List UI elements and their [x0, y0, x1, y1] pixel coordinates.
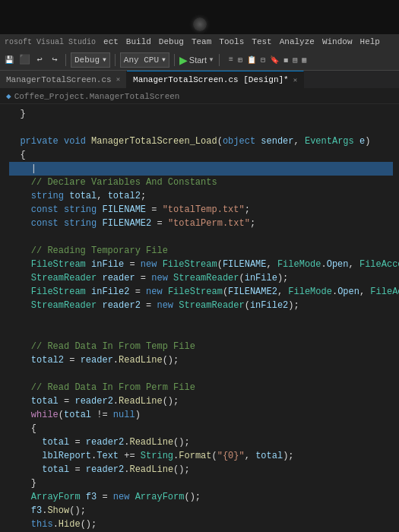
platform-dropdown[interactable]: Any CPU ▼: [120, 52, 169, 68]
nav-icon-3[interactable]: 📋: [245, 55, 258, 65]
nav-icon-2[interactable]: ⊞: [236, 55, 244, 65]
start-label: Start: [189, 55, 207, 65]
undo-icon[interactable]: ↩: [33, 54, 46, 66]
menu-item-debug[interactable]: Debug: [159, 37, 184, 46]
nav-icon-1[interactable]: ≡: [227, 55, 235, 64]
code-line: StreamReader reader2 = new StreamReader(…: [9, 299, 393, 312]
toolbar-sep-1: [65, 54, 66, 66]
code-line: private void ManagerTotalScreen_Load(obj…: [9, 135, 393, 148]
code-line: lblReport.Text += String.Format("{0}", t…: [9, 449, 393, 463]
code-line: FileStream inFile = new FileStream(FILEN…: [9, 258, 393, 271]
code-line: total = reader2.ReadLine();: [9, 394, 393, 408]
menu-item-project[interactable]: ect: [103, 37, 119, 46]
menu-item-team[interactable]: Team: [192, 37, 211, 46]
code-line-cursor: |: [9, 162, 393, 176]
start-arrow: ▼: [208, 56, 214, 63]
breadcrumb-icon: ◆: [6, 91, 11, 101]
platform-arrow: ▼: [162, 56, 166, 63]
code-line: // Read Data In From Perm File: [9, 381, 393, 394]
code-line: {: [9, 148, 393, 162]
code-line: [9, 230, 393, 244]
app-title: rosoft Visual Studio: [5, 38, 96, 46]
code-line: this.Hide();: [9, 518, 393, 531]
toolbar-sep-4: [219, 54, 220, 66]
code-line: while(total != null): [9, 408, 393, 422]
menu-item-tools[interactable]: Tools: [219, 37, 244, 46]
config-label: Debug: [74, 55, 100, 65]
code-line: total = reader2.ReadLine();: [9, 463, 393, 477]
platform-label: Any CPU: [124, 55, 159, 65]
code-line: StreamReader reader = new StreamReader(i…: [9, 271, 393, 285]
code-line: f3.Show();: [9, 504, 393, 518]
code-line: [9, 312, 393, 326]
menu-item-window[interactable]: Window: [322, 37, 353, 46]
code-line: // Read Data In From Temp File: [9, 340, 393, 353]
toolbar-right-icons: ≡ ⊞ 📋 ⊟ 🔖 ◼ ▤ ▦: [227, 55, 308, 65]
nav-icon-6[interactable]: ◼: [282, 55, 290, 65]
tab-design-close[interactable]: ✕: [293, 76, 297, 84]
code-line: // Reading Temporary File: [9, 244, 393, 258]
breadcrumb-bar: ◆ Coffee_Project.ManagerTotalScreen: [0, 89, 399, 104]
nav-icon-4[interactable]: ⊟: [259, 55, 267, 65]
tab-bar: ManagerTotalScreen.cs ✕ ManagerTotalScre…: [0, 71, 399, 89]
tab-cs-close[interactable]: ✕: [116, 75, 120, 84]
code-line: }: [9, 107, 393, 121]
toolbar: 💾 ⬛ ↩ ↪ Debug ▼ Any CPU ▼ ▶ Start ▼ ≡ ⊞ …: [0, 49, 399, 71]
menu-item-analyze[interactable]: Analyze: [280, 37, 315, 46]
nav-icon-8[interactable]: ▦: [300, 55, 308, 65]
save-icon[interactable]: 💾: [3, 54, 15, 66]
code-line: total = reader2.ReadLine();: [9, 435, 393, 449]
tab-cs-label: ManagerTotalScreen.cs: [6, 75, 112, 84]
camera-indicator: [193, 17, 207, 31]
menu-bar: rosoft Visual Studio ect Build Debug Tea…: [0, 34, 399, 49]
code-line: const string FILENAME = "totalTemp.txt";: [9, 203, 393, 217]
code-line: [9, 121, 393, 135]
breadcrumb-path: Coffee_Project.ManagerTotalScreen: [14, 92, 180, 101]
tab-design[interactable]: ManagerTotalScreen.cs [Design]* ✕: [127, 71, 304, 88]
nav-icon-7[interactable]: ▤: [291, 55, 299, 65]
code-line: {: [9, 422, 393, 435]
code-line: const string FILENAME2 = "totalPerm.txt"…: [9, 217, 393, 230]
start-button[interactable]: ▶ Start ▼: [179, 54, 214, 66]
tab-cs[interactable]: ManagerTotalScreen.cs ✕: [0, 71, 127, 88]
toolbar-sep-3: [174, 54, 175, 66]
config-dropdown[interactable]: Debug ▼: [71, 52, 110, 68]
tab-design-label: ManagerTotalScreen.cs [Design]*: [133, 75, 289, 84]
laptop-bezel: [0, 0, 399, 34]
nav-icon-5[interactable]: 🔖: [268, 55, 280, 65]
code-line: [9, 326, 393, 340]
code-editor: } private void ManagerTotalScreen_Load(o…: [0, 104, 399, 532]
play-icon: ▶: [179, 54, 188, 66]
toolbar-icon-2[interactable]: ⬛: [18, 54, 30, 66]
code-content[interactable]: } private void ManagerTotalScreen_Load(o…: [3, 104, 399, 532]
toolbar-sep-2: [115, 54, 116, 66]
menu-item-build[interactable]: Build: [126, 37, 151, 46]
code-line: total2 = reader.ReadLine();: [9, 353, 393, 367]
menu-item-help[interactable]: Help: [360, 37, 380, 46]
code-line: }: [9, 477, 393, 490]
code-line: ArrayForm f3 = new ArrayForm();: [9, 490, 393, 504]
code-line: string total, total2;: [9, 189, 393, 203]
config-arrow: ▼: [103, 56, 106, 63]
redo-icon[interactable]: ↪: [49, 54, 61, 66]
code-line: // Declare Variables And Constants: [9, 176, 393, 189]
menu-item-test[interactable]: Test: [252, 37, 271, 46]
code-line: [9, 367, 393, 381]
code-line: FileStream inFile2 = new FileStream(FILE…: [9, 285, 393, 299]
